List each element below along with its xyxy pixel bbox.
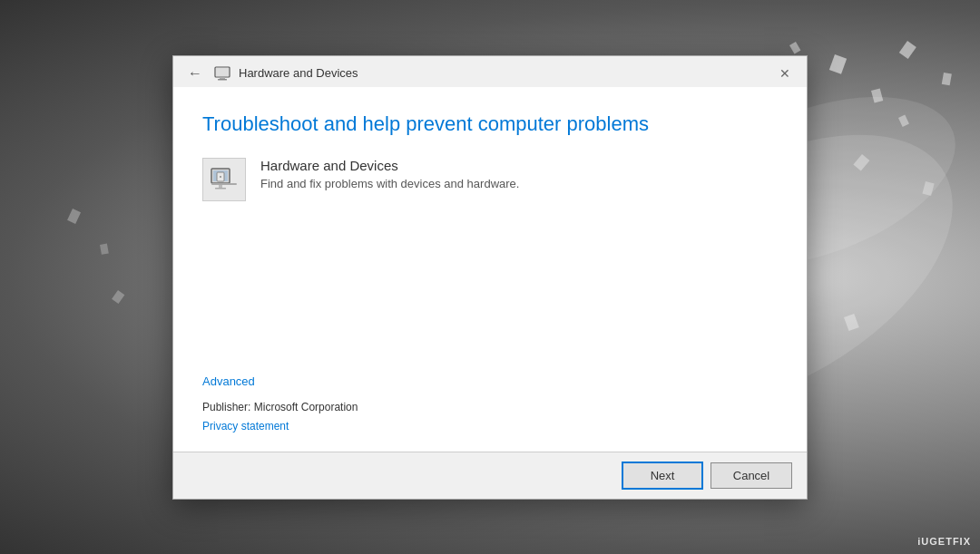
close-button[interactable]: ✕ (774, 65, 796, 82)
troubleshoot-dialog: ← Hardware and Devices ✕ Trou (172, 55, 808, 500)
dialog-footer: Next Cancel (173, 452, 807, 499)
title-icon (213, 64, 231, 83)
dialog-overlay: ← Hardware and Devices ✕ Trou (0, 0, 980, 554)
publisher-label: Publisher: (202, 401, 250, 413)
privacy-link[interactable]: Privacy statement (202, 420, 289, 433)
advanced-link[interactable]: Advanced (202, 374, 255, 388)
svg-rect-17 (216, 68, 229, 76)
bottom-links: Advanced Publisher: Microsoft Corporatio… (202, 373, 778, 433)
page-heading: Troubleshoot and help prevent computer p… (202, 112, 778, 136)
publisher-info: Publisher: Microsoft Corporation (202, 401, 778, 413)
item-name: Hardware and Devices (260, 158, 519, 173)
back-icon: ← (188, 65, 202, 82)
svg-rect-15 (220, 77, 225, 79)
svg-rect-22 (220, 176, 221, 178)
dialog-title: Hardware and Devices (239, 66, 358, 80)
item-description: Find and fix problems with devices and h… (260, 177, 519, 190)
hardware-icon (202, 158, 246, 201)
back-button[interactable]: ← (184, 63, 206, 83)
svg-rect-24 (219, 185, 222, 188)
next-button[interactable]: Next (622, 462, 703, 490)
item-text: Hardware and Devices Find and fix proble… (260, 158, 519, 190)
publisher-name: Microsoft Corporation (254, 401, 358, 413)
svg-rect-16 (218, 79, 227, 81)
svg-rect-25 (215, 188, 226, 190)
hardware-devices-item: Hardware and Devices Find and fix proble… (202, 158, 778, 201)
svg-rect-23 (211, 183, 237, 185)
titlebar-left: ← Hardware and Devices (184, 63, 358, 83)
watermark: iUGETFIX (917, 536, 971, 547)
close-icon: ✕ (779, 66, 790, 81)
dialog-content: Troubleshoot and help prevent computer p… (173, 87, 807, 452)
dialog-titlebar: ← Hardware and Devices ✕ (173, 56, 807, 87)
cancel-button[interactable]: Cancel (710, 462, 792, 489)
content-spacer (202, 219, 778, 373)
